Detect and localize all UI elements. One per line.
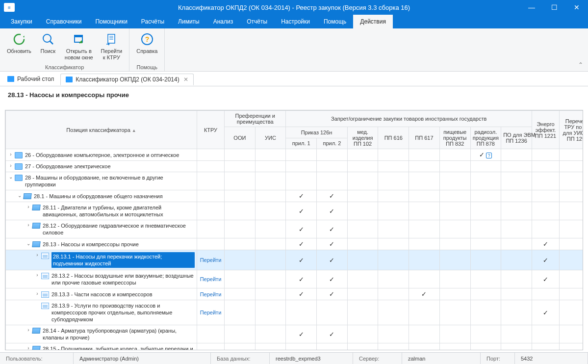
col-616[interactable]: ПП 616: [378, 127, 409, 149]
check-icon: ✓: [329, 276, 334, 283]
table-row[interactable]: ›28.15 - Подшипники, зубчатые колеса, зу…: [6, 343, 584, 351]
check-icon: ✓: [299, 240, 304, 248]
row-label: 28.11 - Двигатели и турбины, кроме двига…: [43, 204, 195, 218]
search-icon: [40, 31, 56, 47]
check-icon: ✓: [329, 290, 334, 298]
table-row[interactable]: 28.13.9 - Услуги по производству насосов…: [6, 300, 584, 325]
goto-ktru-button[interactable]: Перейти к КТРУ: [97, 30, 127, 63]
table-row[interactable]: ›26 - Оборудование компьютерное, электро…: [6, 149, 584, 161]
expand-icon[interactable]: ›: [26, 204, 31, 209]
data-grid[interactable]: Позиция классификатора▲ КТРУ Преференции…: [5, 110, 583, 350]
collapse-icon[interactable]: ⌄: [8, 174, 14, 180]
page-title: 28.13 - Насосы и компрессоры прочие: [0, 86, 588, 102]
ktru-link[interactable]: Перейти: [200, 257, 222, 263]
col-pril1[interactable]: прил. 1: [286, 138, 317, 149]
maximize-button[interactable]: ☐: [543, 0, 565, 15]
row-label: 28 - Машины и оборудование, не включенны…: [25, 174, 195, 188]
help-button[interactable]: ? Справка: [132, 30, 161, 63]
expand-icon[interactable]: ›: [8, 163, 14, 168]
table-row[interactable]: ⌄28 - Машины и оборудование, не включенн…: [6, 172, 584, 190]
status-server: zalman: [408, 356, 425, 362]
collapse-icon[interactable]: ⌄: [26, 241, 31, 246]
menu-item[interactable]: Расчёты: [134, 15, 171, 28]
table-row[interactable]: ›28.13.3 - Части насосов и компрессоровП…: [6, 288, 584, 300]
svg-point-0: [14, 34, 24, 44]
table-row[interactable]: ›28.13.1 - Насосы для перекачки жидкосте…: [6, 250, 584, 270]
menu-item[interactable]: Настройки: [274, 15, 317, 28]
tab-close-icon[interactable]: ✕: [183, 76, 188, 83]
col-pril2[interactable]: прил. 2: [317, 138, 348, 149]
menu-item[interactable]: Отчёты: [240, 15, 274, 28]
expand-icon[interactable]: ›: [34, 272, 40, 278]
table-row[interactable]: ›28.13.2 - Насосы воздушные или вакуумны…: [6, 270, 584, 288]
col-ban-group[interactable]: Запрет/ограничение закупки товаров иност…: [286, 111, 532, 127]
status-db: reestrdb_expmed3: [276, 356, 321, 362]
col-617[interactable]: ПП 617: [409, 127, 440, 149]
col-energy[interactable]: Энерго эффект. ПП 1221: [532, 111, 560, 149]
table-row[interactable]: ›28.14 - Арматура трубопроводная (армату…: [6, 325, 584, 343]
col-med[interactable]: мед. изделия ПП 102: [347, 127, 378, 149]
table-row[interactable]: ⌄28.13 - Насосы и компрессоры прочие✓✓✓: [6, 238, 584, 250]
row-label: 28.14 - Арматура трубопроводная (арматур…: [43, 327, 195, 341]
close-button[interactable]: ✕: [565, 0, 588, 15]
table-row[interactable]: ⌄28.1 - Машины и оборудование общего наз…: [6, 190, 584, 202]
expand-icon[interactable]: ›: [34, 252, 40, 258]
collapse-icon[interactable]: ⌄: [17, 193, 23, 198]
check-icon: ✓: [299, 226, 304, 233]
document-icon: [41, 253, 49, 259]
check-icon: ✓: [479, 151, 485, 158]
title-bar: ≡ Классификатор ОКПД2 (ОК 034-2014) - Ре…: [0, 0, 588, 15]
col-radio[interactable]: радиоэл. продукция ПП 878: [470, 127, 501, 149]
col-preferences[interactable]: Преференции и преимущества: [225, 111, 286, 127]
menu-item[interactable]: Помощники: [88, 15, 134, 28]
ktru-link[interactable]: Перейти: [200, 276, 222, 282]
check-icon: ✓: [299, 331, 304, 338]
menu-item[interactable]: Анализ: [206, 15, 240, 28]
document-tabs: Рабочий стол Классификатор ОКПД2 (ОК 034…: [0, 72, 588, 86]
folder-open-icon: [23, 193, 31, 199]
row-label: 28.12 - Оборудование гидравлическое и пн…: [43, 222, 195, 236]
search-button[interactable]: Поиск: [35, 30, 61, 63]
col-evm[interactable]: ПО для ЭВМ ПП 1236: [501, 127, 532, 149]
tab-classifier[interactable]: Классификатор ОКПД2 (ОК 034-2014) ✕: [60, 74, 193, 85]
expand-icon[interactable]: ›: [26, 222, 31, 228]
status-user: Администратор (Admin): [79, 356, 139, 362]
ktru-link[interactable]: Перейти: [200, 291, 222, 297]
table-row[interactable]: ›27 - Оборудование электрическое: [6, 161, 584, 172]
expand-icon[interactable]: ›: [34, 291, 40, 296]
col-uis[interactable]: УИС: [255, 127, 286, 149]
col-ooi[interactable]: ООИ: [225, 127, 256, 149]
col-food[interactable]: пищевые продукты ПП 832: [439, 127, 470, 149]
col-tru[interactable]: Перечень ТРУ по ЕИ для УИС по ПП 1292: [560, 111, 584, 149]
ribbon-collapse-button[interactable]: ⌃: [578, 61, 583, 68]
check-icon: ✓: [299, 208, 304, 215]
open-new-window-button[interactable]: Открыть в новом окне: [61, 30, 97, 63]
expand-icon[interactable]: ›: [26, 345, 31, 350]
menu-item[interactable]: Справочники: [39, 15, 89, 28]
check-icon: ✓: [299, 290, 304, 298]
table-row[interactable]: ›28.12 - Оборудование гидравлическое и п…: [6, 220, 584, 238]
col-order126[interactable]: Приказ 126н: [286, 127, 347, 138]
check-icon: ✓: [543, 276, 548, 283]
expand-icon[interactable]: ›: [26, 327, 31, 333]
menu-item[interactable]: Помощь: [317, 15, 353, 28]
main-menu: ЗакупкиСправочникиПомощникиРасчётыЛимиты…: [0, 15, 588, 28]
status-port: 5432: [521, 356, 533, 362]
menu-item[interactable]: Действия: [353, 15, 393, 28]
menu-item[interactable]: Лимиты: [171, 15, 206, 28]
svg-point-1: [43, 34, 51, 42]
col-position[interactable]: Позиция классификатора▲: [6, 111, 197, 149]
menu-item[interactable]: Закупки: [4, 15, 39, 28]
check-icon: ✓: [299, 192, 304, 200]
refresh-button[interactable]: Обновить: [3, 30, 35, 63]
ktru-link[interactable]: Перейти: [200, 310, 222, 315]
row-label: 28.13.2 - Насосы воздушные или вакуумные…: [51, 272, 195, 286]
col-ktru[interactable]: КТРУ: [197, 111, 225, 149]
info-badge-icon[interactable]: ?: [486, 153, 492, 158]
minimize-button[interactable]: —: [520, 0, 543, 15]
tab-desktop[interactable]: Рабочий стол: [2, 73, 59, 85]
expand-icon[interactable]: ›: [8, 152, 14, 157]
table-row[interactable]: ›28.11 - Двигатели и турбины, кроме двиг…: [6, 202, 584, 220]
svg-rect-5: [108, 34, 115, 43]
folder-open-icon: [32, 205, 40, 210]
